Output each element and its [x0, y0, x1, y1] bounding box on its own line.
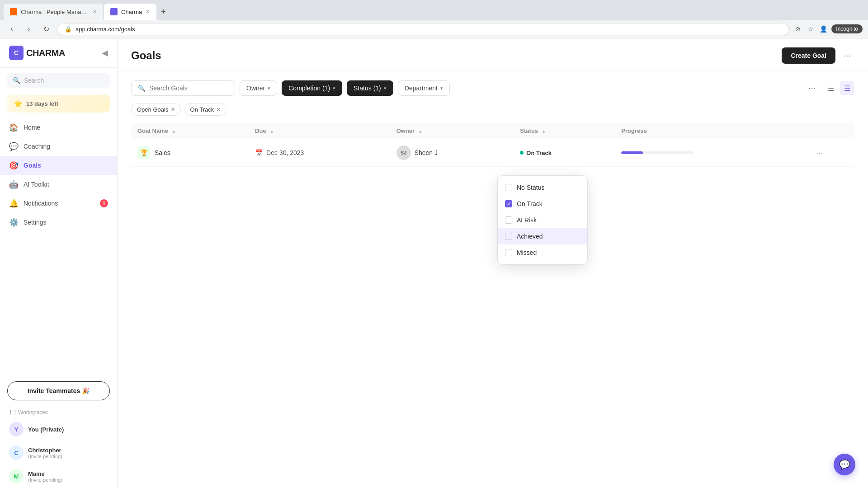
list-view-button[interactable]: ☰	[840, 81, 854, 95]
checkbox-on-track[interactable]	[505, 200, 512, 207]
col-owner[interactable]: Owner ▲	[390, 123, 514, 139]
status-option-at-risk-label: At Risk	[517, 216, 537, 224]
workspace-item-christopher[interactable]: C Christopher (Invite pending)	[0, 441, 117, 465]
sidebar-nav: 🏠 Home 💬 Coaching 🎯 Goals 🤖 AI Toolkit 🔔…	[0, 116, 117, 376]
col-due[interactable]: Due ▲	[249, 123, 390, 139]
sidebar-item-settings[interactable]: ⚙️ Settings	[0, 213, 117, 232]
goal-status: On Track	[526, 150, 552, 156]
tab-1[interactable]: Charma | People Management S... ×	[4, 4, 103, 20]
status-option-missed-label: Missed	[517, 249, 537, 256]
home-label: Home	[24, 124, 40, 131]
tab-2[interactable]: Charma ×	[104, 4, 156, 20]
search-goals-input[interactable]	[149, 84, 228, 92]
tab-2-label: Charma	[121, 9, 142, 15]
search-filter[interactable]: 🔍	[131, 80, 235, 96]
settings-label: Settings	[24, 219, 47, 226]
incognito-button[interactable]: Incognito	[831, 24, 863, 33]
invite-teammates-button[interactable]: Invite Teammates 🎉	[7, 381, 110, 400]
filter-tag-open-close[interactable]: ×	[171, 106, 175, 113]
status-filter-button[interactable]: Status (1) ▾	[347, 80, 393, 96]
goal-status-cell: On Track	[514, 139, 615, 167]
header-more-button[interactable]: ···	[840, 48, 854, 63]
workspace-info-private: You (Private)	[28, 426, 64, 433]
department-filter-button[interactable]: Department ▾	[398, 80, 450, 96]
owner-filter-button[interactable]: Owner ▾	[240, 80, 277, 96]
checkbox-achieved[interactable]	[505, 233, 512, 240]
settings-icon: ⚙️	[9, 218, 18, 227]
completion-filter-button[interactable]: Completion (1) ▾	[282, 80, 342, 96]
page-title: Goals	[131, 49, 161, 62]
tab-2-close[interactable]: ×	[146, 8, 150, 16]
row-more-icon[interactable]: ···	[816, 148, 823, 157]
status-option-missed[interactable]: Missed	[498, 244, 587, 261]
lock-icon: 🔒	[65, 26, 72, 33]
tab-bar: Charma | People Management S... × Charma…	[0, 0, 868, 20]
notifications-icon: 🔔	[9, 199, 18, 208]
sidebar-item-home[interactable]: 🏠 Home	[0, 118, 117, 137]
url-text: app.charma.com/goals	[75, 26, 781, 33]
collapse-sidebar-button[interactable]: ◀	[102, 48, 108, 58]
search-box[interactable]: 🔍 Search	[7, 73, 110, 88]
checkbox-at-risk[interactable]	[505, 216, 512, 224]
filter-tag-ontrack-close[interactable]: ×	[217, 106, 220, 113]
create-goal-button[interactable]: Create Goal	[782, 47, 835, 64]
sort-icon-owner: ▲	[418, 129, 423, 134]
tab-1-favicon	[10, 8, 17, 15]
reload-button[interactable]: ↻	[40, 23, 52, 35]
goal-name: Sales	[155, 149, 170, 156]
status-option-achieved-label: Achieved	[517, 233, 543, 240]
tab-1-close[interactable]: ×	[93, 8, 97, 16]
goal-due-cell: 📅 Dec 30, 2023	[249, 139, 390, 167]
filter-tag-ontrack-label: On Track	[190, 106, 214, 113]
goals-table: Goal Name ▲ Due ▲ Owner ▲ Status ▲ Progr…	[131, 123, 854, 167]
new-tab-button[interactable]: +	[157, 5, 170, 18]
back-button[interactable]: ‹	[5, 23, 18, 35]
goal-row-more[interactable]: ···	[810, 139, 854, 167]
profile-icon[interactable]: 👤	[819, 24, 828, 33]
goal-name-cell: 🏆 Sales	[131, 139, 249, 167]
sidebar-item-ai-toolkit[interactable]: 🤖 AI Toolkit	[0, 175, 117, 194]
completion-filter-label: Completion (1)	[288, 84, 330, 92]
owner-avatar: SJ	[396, 145, 411, 160]
status-option-no-status[interactable]: No Status	[498, 179, 587, 196]
sidebar-item-notifications[interactable]: 🔔 Notifications 1	[0, 194, 117, 213]
grid-view-button[interactable]: ⚌	[824, 81, 838, 95]
coaching-label: Coaching	[24, 143, 50, 150]
goal-progress-cell	[615, 139, 810, 167]
filter-tag-ontrack[interactable]: On Track ×	[184, 103, 226, 116]
bookmark-icon[interactable]: ☆	[806, 24, 815, 33]
workspace-item-private[interactable]: Y You (Private)	[0, 418, 117, 441]
col-progress[interactable]: Progress	[615, 123, 810, 139]
view-toggle: ⚌ ☰	[824, 81, 854, 95]
sidebar: C CHARMA ◀ 🔍 Search ⭐ 13 days left 🏠 Hom…	[0, 38, 118, 488]
col-goal-name[interactable]: Goal Name ▲	[131, 123, 249, 139]
chat-button[interactable]: 💬	[834, 454, 855, 475]
sidebar-item-goals[interactable]: 🎯 Goals	[0, 156, 117, 175]
days-left-banner[interactable]: ⭐ 13 days left	[7, 95, 110, 113]
url-bar[interactable]: 🔒 app.charma.com/goals	[57, 23, 789, 35]
status-dot	[520, 151, 524, 155]
goals-icon: 🎯	[9, 161, 18, 170]
search-icon: 🔍	[13, 77, 20, 84]
status-option-on-track[interactable]: On Track	[498, 196, 587, 212]
forward-button[interactable]: ›	[23, 23, 35, 35]
sidebar-item-coaching[interactable]: 💬 Coaching	[0, 137, 117, 156]
camera-icon: ⊘	[793, 24, 802, 33]
workspace-item-maine[interactable]: M Maine (Invite pending)	[0, 465, 117, 488]
progress-bar	[621, 151, 693, 154]
workspace-name-maine: Maine	[28, 470, 62, 477]
checkbox-missed[interactable]	[505, 249, 512, 256]
department-filter-chevron: ▾	[440, 85, 443, 91]
checkbox-no-status[interactable]	[505, 184, 512, 191]
col-status[interactable]: Status ▲	[514, 123, 615, 139]
logo-icon: C	[9, 46, 24, 60]
progress-bar-fill	[621, 151, 643, 154]
sort-icon-name: ▲	[172, 129, 176, 134]
sort-icon-due: ▲	[269, 129, 274, 134]
filter-tag-open[interactable]: Open Goals ×	[131, 103, 181, 116]
filter-more-button[interactable]: ···	[805, 81, 819, 95]
status-option-at-risk[interactable]: At Risk	[498, 212, 587, 228]
status-option-achieved[interactable]: Achieved	[498, 228, 587, 244]
logo-text: CHARMA	[26, 48, 65, 58]
workspace-info-christopher: Christopher (Invite pending)	[28, 447, 62, 459]
